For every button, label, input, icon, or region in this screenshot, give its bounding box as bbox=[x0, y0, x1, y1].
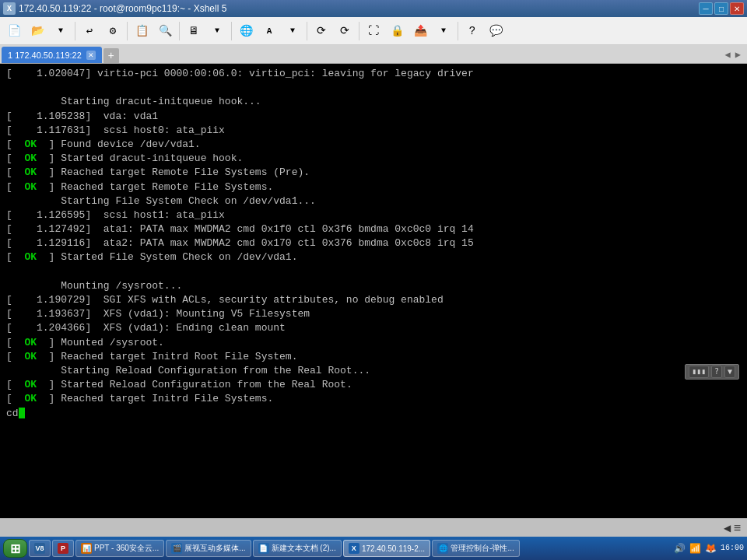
open-button[interactable]: 📂 bbox=[26, 20, 48, 42]
toolbar-sep-1 bbox=[75, 22, 75, 40]
toolbar-sep-4 bbox=[231, 22, 232, 40]
lock-button[interactable]: 🔒 bbox=[386, 20, 408, 42]
terminal-cursor bbox=[19, 408, 25, 418]
taskbar-p-icon: P bbox=[58, 543, 68, 554]
ok-status: OK bbox=[24, 152, 37, 164]
window-controls: ─ □ ✕ bbox=[699, 2, 744, 15]
encoding2-button[interactable]: ⟳ bbox=[334, 20, 356, 42]
tab-left-arrow[interactable]: ◀ bbox=[724, 49, 732, 61]
ok-status: OK bbox=[24, 251, 37, 263]
terminal-line: [ OK ] Reached target Remote File System… bbox=[6, 166, 741, 180]
new-tab-button[interactable]: + bbox=[103, 48, 119, 64]
toolbar-sep-3 bbox=[179, 22, 180, 40]
fullscreen-button[interactable]: ⛶ bbox=[363, 20, 384, 42]
terminal-prompt: cd bbox=[6, 408, 19, 419]
status-right: ◀ ≡ bbox=[724, 521, 741, 535]
terminal-line: [ 1.129116] ata2: PATA max MWDMA2 cmd 0x… bbox=[6, 236, 741, 250]
terminal-line: Mounting /sysroot... bbox=[6, 279, 741, 293]
session-dropdown[interactable]: ▼ bbox=[206, 20, 228, 42]
taskbar-v8[interactable]: V8 bbox=[29, 540, 51, 557]
terminal-line: [ 1.190729] SGI XFS with ACLs, security … bbox=[6, 293, 741, 307]
ok-status: OK bbox=[24, 166, 37, 178]
taskbar-console[interactable]: 🌐 管理控制台-弹性... bbox=[432, 540, 520, 557]
tray-network[interactable]: 🔊 bbox=[674, 542, 686, 555]
tab-right-arrow[interactable]: ▶ bbox=[734, 49, 742, 61]
tray-firefox[interactable]: 🦊 bbox=[705, 542, 717, 555]
session-button[interactable]: 🖥 bbox=[183, 20, 205, 42]
tab-1-label: 1 172.40.50.119:22 bbox=[8, 51, 82, 60]
close-button[interactable]: ✕ bbox=[730, 2, 744, 15]
properties-button[interactable]: ⚙ bbox=[102, 20, 124, 42]
terminal-output[interactable]: [ 1.020047] virtio-pci 0000:00:06.0: vir… bbox=[0, 64, 747, 518]
terminal-line: [ 1.117631] scsi host0: ata_piix bbox=[6, 124, 741, 138]
tab-1-close[interactable]: ✕ bbox=[86, 51, 96, 60]
taskbar-multimedia-label: 展视互动多媒体... bbox=[184, 543, 245, 554]
back-button[interactable]: ↩ bbox=[79, 20, 100, 42]
start-button[interactable]: ⊞ bbox=[3, 539, 27, 558]
terminal-line: [ OK ] Found device /dev/vda1. bbox=[6, 138, 741, 152]
taskbar-multimedia-icon: 🎬 bbox=[171, 543, 182, 554]
overlay-btn-1[interactable]: ? bbox=[711, 366, 722, 378]
ok-status: OK bbox=[24, 138, 37, 150]
taskbar-xshell[interactable]: X 172.40.50.119-2... bbox=[343, 540, 430, 557]
terminal-line: [ OK ] Reached target Initrd File System… bbox=[6, 392, 741, 406]
ok-status: OK bbox=[24, 337, 37, 348]
terminal-line: [ OK ] Started dracut-initqueue hook. bbox=[6, 152, 741, 166]
terminal-line: [ 1.105238] vda: vda1 bbox=[6, 110, 741, 124]
terminal-line: [ OK ] Started Reload Configuration from… bbox=[6, 378, 741, 392]
tray-volume[interactable]: 📶 bbox=[689, 542, 702, 555]
minimize-button[interactable]: ─ bbox=[699, 2, 713, 15]
copy-button[interactable]: 📋 bbox=[131, 20, 153, 42]
ok-status: OK bbox=[24, 393, 37, 404]
status-arrow-left[interactable]: ◀ bbox=[724, 523, 731, 534]
connect-button[interactable]: 🌐 bbox=[235, 20, 257, 42]
status-bar: ◀ ≡ bbox=[0, 518, 747, 537]
taskbar-textdoc[interactable]: 📄 新建文本文档 (2)... bbox=[253, 540, 342, 557]
new-button[interactable]: 📄 bbox=[3, 20, 25, 42]
terminal-line: [ OK ] Reached target Initrd Root File S… bbox=[6, 350, 741, 364]
tab-arrows: ◀ ▶ bbox=[724, 47, 745, 63]
encoding-button[interactable]: ⟳ bbox=[310, 20, 332, 42]
terminal-line: [ 1.204366] XFS (vda1): Ending clean mou… bbox=[6, 321, 741, 335]
taskbar-console-label: 管理控制台-弹性... bbox=[451, 543, 514, 554]
terminal-line: [ 1.126595] scsi host1: ata_piix bbox=[6, 208, 741, 222]
taskbar-v8-icon: V8 bbox=[34, 543, 45, 554]
font-dropdown[interactable]: ▼ bbox=[282, 20, 303, 42]
tab-1[interactable]: 1 172.40.50.119:22 ✕ bbox=[2, 47, 102, 63]
terminal-line: [ 1.193637] XFS (vda1): Mounting V5 File… bbox=[6, 307, 741, 321]
transfer-button[interactable]: 📤 bbox=[409, 20, 431, 42]
status-menu[interactable]: ≡ bbox=[734, 521, 741, 535]
terminal-line: Starting File System Check on /dev/vda1.… bbox=[6, 194, 741, 208]
taskbar-ppt[interactable]: 📊 PPT - 360安全云... bbox=[75, 540, 164, 557]
taskbar-p[interactable]: P bbox=[52, 540, 74, 557]
terminal-cursor-line: cd bbox=[6, 407, 741, 421]
toolbar-sep-5 bbox=[307, 22, 307, 40]
terminal-line: [ OK ] Started File System Check on /dev… bbox=[6, 250, 741, 264]
font-button[interactable]: A bbox=[258, 20, 280, 42]
tab-bar: 1 172.40.50.119:22 ✕ + ◀ ▶ bbox=[0, 45, 747, 64]
overlay-btn-2[interactable]: ▼ bbox=[724, 366, 735, 378]
terminal-line: Starting dracut-initqueue hook... bbox=[6, 95, 741, 109]
taskbar-ppt-icon: 📊 bbox=[81, 543, 92, 554]
dropdown-button[interactable]: ▼ bbox=[50, 20, 72, 42]
toolbar-sep-6 bbox=[359, 22, 359, 40]
taskbar-multimedia[interactable]: 🎬 展视互动多媒体... bbox=[166, 540, 251, 557]
help-button[interactable]: ? bbox=[461, 20, 483, 42]
taskbar: ⊞ V8 P 📊 PPT - 360安全云... 🎬 展视互动多媒体... bbox=[0, 537, 747, 560]
chat-button[interactable]: 💬 bbox=[485, 20, 507, 42]
app-icon: X bbox=[3, 2, 16, 15]
taskbar-tray: 🔊 📶 🦊 16:00 bbox=[674, 542, 744, 555]
taskbar-textdoc-icon: 📄 bbox=[258, 543, 269, 554]
title-bar: X 172.40.50.119:22 - root@room9pc119:~ -… bbox=[0, 0, 747, 17]
maximize-button[interactable]: □ bbox=[714, 2, 728, 15]
transfer-dropdown[interactable]: ▼ bbox=[433, 20, 454, 42]
terminal-line: [ OK ] Mounted /sysroot. bbox=[6, 336, 741, 350]
clock: 16:00 bbox=[721, 544, 744, 553]
toolbar: 📄 📂 ▼ ↩ ⚙ 📋 🔍 🖥 ▼ 🌐 A ▼ ⟳ ⟳ ⛶ 🔒 📤 ▼ ? 💬 bbox=[0, 17, 747, 45]
search-button[interactable]: 🔍 bbox=[154, 20, 176, 42]
window-title: 172.40.50.119:22 - root@room9pc119:~ - X… bbox=[19, 3, 226, 14]
terminal-line: [ 1.020047] virtio-pci 0000:00:06.0: vir… bbox=[6, 67, 741, 81]
toolbar-sep-7 bbox=[458, 22, 458, 40]
overlay-btn-0[interactable]: ▮▮▮ bbox=[689, 366, 709, 378]
ok-status: OK bbox=[24, 181, 37, 193]
